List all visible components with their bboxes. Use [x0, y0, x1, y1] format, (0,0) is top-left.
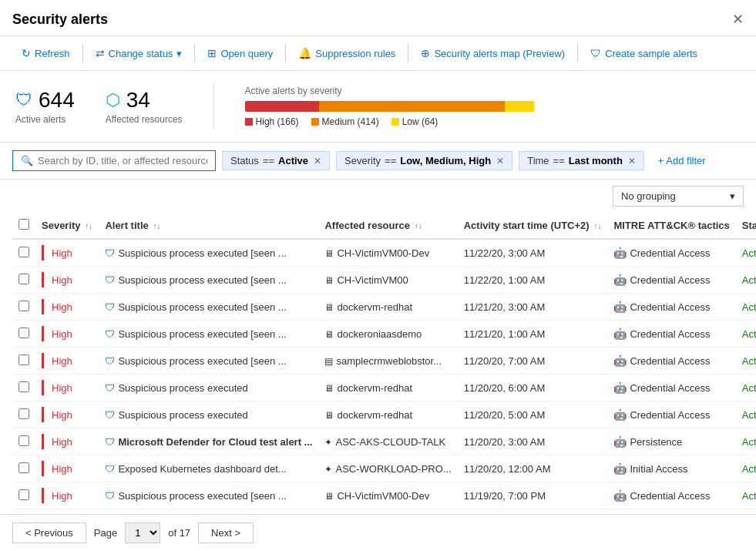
table-row[interactable]: High 🛡Exposed Kubernetes dashboard det..…: [12, 455, 756, 482]
alerts-table: Severity ↑↓ Alert title ↑↓ Affected reso…: [12, 213, 756, 509]
row-checkbox[interactable]: [18, 301, 29, 311]
row-checkbox[interactable]: [18, 381, 29, 392]
row-checkbox[interactable]: [18, 435, 29, 446]
alert-title-value: Microsoft Defender for Cloud test alert …: [118, 436, 312, 448]
alert-title-cell[interactable]: 🛡Suspicious process executed [seen ...: [99, 321, 318, 348]
resource-type-icon: 🖥: [324, 383, 334, 394]
col-alert-title[interactable]: Alert title ↑↓: [99, 213, 318, 239]
alert-title-cell[interactable]: 🛡Suspicious process executed: [99, 375, 318, 401]
mitre-cell: 🤖Credential Access: [607, 401, 735, 428]
chart-title: Active alerts by severity: [245, 86, 538, 96]
search-box[interactable]: 🔍: [12, 150, 216, 171]
row-checkbox-cell[interactable]: [12, 375, 35, 401]
change-status-dropdown-icon: ▾: [176, 48, 182, 59]
alert-title-cell[interactable]: 🛡Suspicious process executed: [99, 401, 318, 428]
alert-title-cell[interactable]: 🛡Suspicious process executed [seen ...: [99, 267, 318, 294]
alert-title-cell[interactable]: 🛡Exposed Kubernetes dashboard det...: [99, 455, 318, 482]
row-checkbox[interactable]: [18, 274, 29, 284]
table-row[interactable]: High 🛡Microsoft Defender for Cloud test …: [12, 428, 756, 455]
row-checkbox[interactable]: [18, 354, 29, 365]
high-legend-label: High (166): [256, 116, 299, 127]
table-row[interactable]: High 🛡Suspicious process executed 🖥docke…: [12, 375, 756, 401]
page-select[interactable]: 1: [125, 522, 160, 543]
row-checkbox-cell[interactable]: [12, 428, 35, 455]
mitre-icon: 🤖: [613, 462, 627, 475]
security-alerts-window: Security alerts ✕ ↻ Refresh ⇄ Change sta…: [0, 0, 756, 551]
table-row[interactable]: High 🛡Suspicious process executed [seen …: [12, 321, 756, 348]
filter-bar: 🔍 Status == Active ✕ Severity == Low, Me…: [0, 143, 756, 180]
row-checkbox-cell[interactable]: [12, 482, 35, 509]
table-container: Severity ↑↓ Alert title ↑↓ Affected reso…: [0, 213, 756, 514]
time-value: 11/20/20, 3:00 AM: [464, 436, 546, 448]
severity-cell: High: [35, 401, 99, 428]
page-of: of 17: [168, 527, 190, 539]
alert-title-cell[interactable]: 🛡Suspicious process executed [seen ...: [99, 482, 318, 509]
row-checkbox-cell[interactable]: [12, 348, 35, 375]
col-activity-time[interactable]: Activity start time (UTC+2) ↑↓: [458, 213, 608, 239]
time-value: 11/21/20, 1:00 AM: [464, 328, 546, 340]
row-checkbox-cell[interactable]: [12, 401, 35, 428]
status-cell: Active: [736, 428, 756, 455]
status-cell: Active: [736, 267, 756, 294]
add-filter-button[interactable]: + Add filter: [650, 152, 714, 170]
table-row[interactable]: High 🛡Suspicious process executed 🖥docke…: [12, 401, 756, 428]
filter-severity-key: Severity: [344, 155, 381, 166]
row-checkbox[interactable]: [18, 408, 29, 419]
separator-4: [408, 44, 408, 62]
mitre-icon: 🤖: [613, 435, 627, 448]
row-checkbox[interactable]: [18, 462, 29, 473]
row-checkbox-cell[interactable]: [12, 455, 35, 482]
row-checkbox[interactable]: [18, 247, 29, 257]
search-input[interactable]: [38, 155, 207, 166]
alert-title-cell[interactable]: 🛡Microsoft Defender for Cloud test alert…: [99, 428, 318, 455]
col-severity[interactable]: Severity ↑↓: [35, 213, 99, 239]
next-button[interactable]: Next >: [198, 522, 254, 543]
close-button[interactable]: ✕: [732, 11, 744, 28]
row-checkbox[interactable]: [18, 489, 29, 500]
table-body: High 🛡Suspicious process executed [seen …: [12, 239, 756, 509]
security-alerts-map-button[interactable]: ⊕ Security alerts map (Preview): [412, 42, 574, 64]
filter-severity-val: Low, Medium, High: [400, 155, 491, 166]
grouping-select[interactable]: No grouping ▾: [613, 186, 744, 207]
row-checkbox-cell[interactable]: [12, 294, 35, 321]
row-checkbox-cell[interactable]: [12, 239, 35, 267]
suppression-rules-button[interactable]: 🔔 Suppression rules: [289, 42, 405, 64]
filter-time-close[interactable]: ✕: [628, 156, 636, 166]
status-value: Active: [742, 274, 756, 286]
separator-3: [285, 44, 286, 62]
alert-icon: 🛡: [105, 436, 115, 448]
col-status[interactable]: Status ↑↓: [736, 213, 756, 239]
separator-5: [577, 44, 578, 62]
select-all-checkbox[interactable]: [18, 219, 29, 230]
resource-cell: 🖥dockervm-redhat: [318, 401, 457, 428]
map-label: Security alerts map (Preview): [434, 48, 565, 59]
alert-title-cell[interactable]: 🛡Suspicious process executed [seen ...: [99, 348, 318, 375]
status-value: Active: [742, 463, 756, 475]
mitre-value: Credential Access: [630, 382, 710, 394]
table-row[interactable]: High 🛡Suspicious process executed [seen …: [12, 482, 756, 509]
table-row[interactable]: High 🛡Suspicious process executed [seen …: [12, 267, 756, 294]
row-checkbox[interactable]: [18, 328, 29, 338]
refresh-button[interactable]: ↻ Refresh: [12, 42, 79, 64]
create-sample-button[interactable]: 🛡 Create sample alerts: [581, 42, 707, 64]
table-row[interactable]: High 🛡Suspicious process executed [seen …: [12, 239, 756, 267]
filter-severity-close[interactable]: ✕: [496, 156, 504, 166]
time-cell: 11/20/20, 12:00 AM: [458, 455, 608, 482]
status-value: Active: [742, 436, 756, 448]
resource-type-icon: ✦: [324, 437, 332, 448]
change-status-button[interactable]: ⇄ Change status ▾: [86, 42, 192, 64]
filter-status-close[interactable]: ✕: [314, 156, 321, 166]
table-row[interactable]: High 🛡Suspicious process executed [seen …: [12, 294, 756, 321]
open-query-button[interactable]: ⊞ Open query: [198, 42, 282, 64]
row-checkbox-cell[interactable]: [12, 321, 35, 348]
table-row[interactable]: High 🛡Suspicious process executed [seen …: [12, 348, 756, 375]
prev-button[interactable]: < Previous: [12, 522, 86, 543]
alert-title-cell[interactable]: 🛡Suspicious process executed [seen ...: [99, 239, 318, 267]
col-affected-resource[interactable]: Affected resource ↑↓: [318, 213, 457, 239]
alert-title-cell[interactable]: 🛡Suspicious process executed [seen ...: [99, 294, 318, 321]
select-all-header[interactable]: [12, 213, 35, 239]
page-label: Page: [94, 527, 117, 539]
row-checkbox-cell[interactable]: [12, 267, 35, 294]
resource-name: dockeroniaasdemo: [337, 328, 422, 340]
time-cell: 11/19/20, 7:00 PM: [458, 482, 608, 509]
